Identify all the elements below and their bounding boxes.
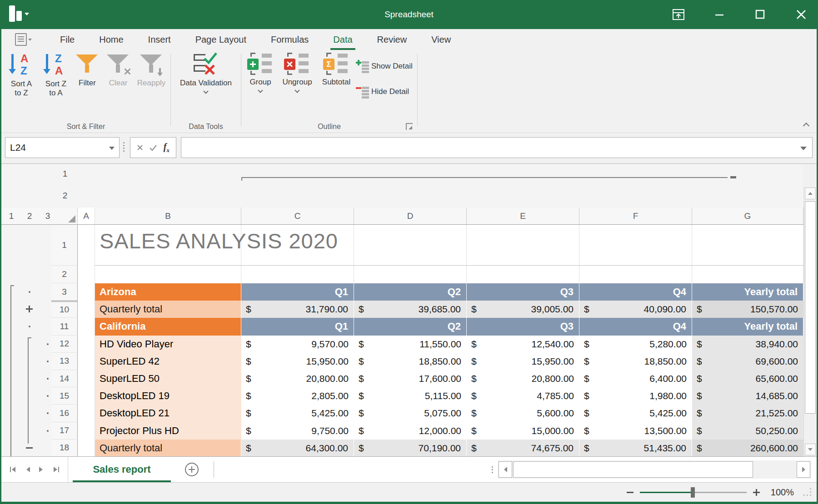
next-sheet-icon[interactable] [39, 466, 44, 473]
cell-G16[interactable]: $21,525.00 [692, 405, 803, 422]
outline-collapse-button[interactable] [26, 445, 33, 451]
cell-A3[interactable] [78, 283, 95, 301]
cell-G13[interactable]: $69,600.00 [692, 353, 803, 370]
column-header-D[interactable]: D [354, 208, 467, 224]
formula-input[interactable] [181, 137, 813, 158]
reapply-filter-button[interactable]: Reapply [134, 53, 169, 88]
show-detail-button[interactable]: Show Detail [356, 60, 413, 73]
row-header-2[interactable]: 2 [51, 266, 78, 283]
cell-D15[interactable]: $5,115.00 [354, 387, 467, 405]
menu-tab-data[interactable]: Data [331, 29, 354, 50]
cell-D12[interactable]: $11,550.00 [354, 336, 467, 353]
menu-tab-file[interactable]: File [58, 29, 76, 50]
cell-E14[interactable]: $20,800.00 [467, 370, 579, 387]
cell-D2[interactable] [354, 266, 467, 283]
menu-tab-view[interactable]: View [429, 29, 453, 50]
cell-D17[interactable]: $12,000.00 [354, 422, 467, 440]
outline-dialog-launcher-icon[interactable] [406, 123, 413, 130]
cell-C16[interactable]: $5,425.00 [241, 405, 354, 422]
cell-A10[interactable] [78, 301, 95, 318]
scroll-left-icon[interactable] [499, 461, 512, 478]
cell-C10[interactable]: $31,790.00 [241, 301, 354, 318]
first-sheet-icon[interactable] [9, 466, 16, 473]
data-validation-button[interactable]: Data Validation [174, 53, 238, 93]
cell-E15[interactable]: $4,785.00 [467, 387, 579, 405]
cell-F12[interactable]: $5,280.00 [579, 336, 692, 353]
row-header-17[interactable]: 17 [51, 422, 78, 440]
cell-E10[interactable]: $39,005.00 [467, 301, 579, 318]
cell-A13[interactable] [78, 353, 95, 370]
row-header-12[interactable]: 12 [51, 336, 78, 353]
cell-F18[interactable]: $51,435.00 [579, 440, 692, 456]
horizontal-scrollbar-thumb[interactable] [513, 461, 753, 478]
cell-C17[interactable]: $9,750.00 [241, 422, 354, 440]
add-sheet-icon[interactable] [184, 461, 200, 478]
row-outline-level-2-button[interactable]: 2 [25, 211, 34, 221]
menu-tab-formulas[interactable]: Formulas [269, 29, 310, 50]
cell-C3[interactable]: Q1 [241, 283, 354, 301]
cell-G3[interactable]: Yearly total [692, 283, 803, 301]
column-header-B[interactable]: B [95, 208, 241, 224]
cell-F10[interactable]: $40,090.00 [579, 301, 692, 318]
cell-C15[interactable]: $2,805.00 [241, 387, 354, 405]
cell-B15[interactable]: DesktopLED 19 [95, 387, 241, 405]
cell-A12[interactable] [78, 336, 95, 353]
cell-F2[interactable] [579, 266, 692, 283]
minimize-icon[interactable] [712, 7, 727, 22]
cell-E1[interactable] [467, 225, 579, 266]
cell-E3[interactable]: Q3 [467, 283, 579, 301]
cell-A15[interactable] [78, 387, 95, 405]
filter-button[interactable]: Filter [73, 53, 101, 88]
select-all-button[interactable] [51, 208, 78, 224]
sheet-tab-sales-report[interactable]: Sales report [73, 457, 171, 482]
insert-function-icon[interactable]: fx [160, 141, 172, 154]
cell-D16[interactable]: $5,075.00 [354, 405, 467, 422]
formula-bar-resize-handle[interactable] [123, 142, 125, 152]
sort-z-to-a-button[interactable]: ZA Sort Zto A [39, 53, 73, 98]
expand-formula-bar-icon[interactable] [800, 147, 807, 150]
cell-B13[interactable]: SuperLED 42 [95, 353, 241, 370]
cell-E12[interactable]: $12,540.00 [467, 336, 579, 353]
column-header-E[interactable]: E [467, 208, 579, 224]
ribbon-display-options-icon[interactable] [671, 7, 686, 22]
zoom-slider[interactable] [640, 492, 747, 493]
cell-F13[interactable]: $18,850.00 [579, 353, 692, 370]
row-header-13[interactable]: 13 [51, 353, 78, 370]
cell-B12[interactable]: HD Video Player [95, 336, 241, 353]
cell-B3[interactable]: Arizona [95, 283, 241, 301]
cell-F14[interactable]: $6,400.00 [579, 370, 692, 387]
previous-sheet-icon[interactable] [25, 466, 30, 473]
collapse-ribbon-icon[interactable] [803, 123, 809, 129]
row-header-3[interactable]: 3 [51, 283, 78, 301]
cell-F3[interactable]: Q4 [579, 283, 692, 301]
cell-D10[interactable]: $39,685.00 [354, 301, 467, 318]
row-header-14[interactable]: 14 [51, 370, 78, 387]
row-header-18[interactable]: 18 [51, 440, 78, 456]
name-box[interactable]: L24 [5, 137, 120, 158]
cell-C2[interactable] [241, 266, 354, 283]
cell-C18[interactable]: $64,300.00 [241, 440, 354, 456]
last-sheet-icon[interactable] [53, 466, 60, 473]
outline-expand-button[interactable] [26, 306, 33, 312]
row-outline-level-3-button[interactable]: 3 [43, 211, 52, 221]
cell-E2[interactable] [467, 266, 579, 283]
cell-G18[interactable]: $260,600.00 [692, 440, 803, 456]
cell-C12[interactable]: $9,570.00 [241, 336, 354, 353]
cell-C14[interactable]: $20,800.00 [241, 370, 354, 387]
column-outline-level-1-button[interactable]: 1 [60, 169, 70, 179]
column-outline-level-2-button[interactable]: 2 [60, 191, 70, 201]
file-menu-icon[interactable] [1, 33, 32, 46]
row-outline-level-1-button[interactable]: 1 [7, 211, 16, 221]
subtotal-button[interactable]: Σ Subtotal [318, 53, 355, 87]
cell-F11[interactable]: Q4 [579, 318, 692, 335]
row-header-15[interactable]: 15 [51, 387, 78, 405]
cancel-icon[interactable] [134, 141, 146, 154]
menu-tab-home[interactable]: Home [97, 29, 125, 50]
cell-A1[interactable] [78, 225, 95, 266]
cell-A18[interactable] [78, 440, 95, 456]
cell-D3[interactable]: Q2 [354, 283, 467, 301]
cell-A17[interactable] [78, 422, 95, 440]
cell-D1[interactable] [354, 225, 467, 266]
cell-D14[interactable]: $17,600.00 [354, 370, 467, 387]
cell-B2[interactable] [95, 266, 241, 283]
